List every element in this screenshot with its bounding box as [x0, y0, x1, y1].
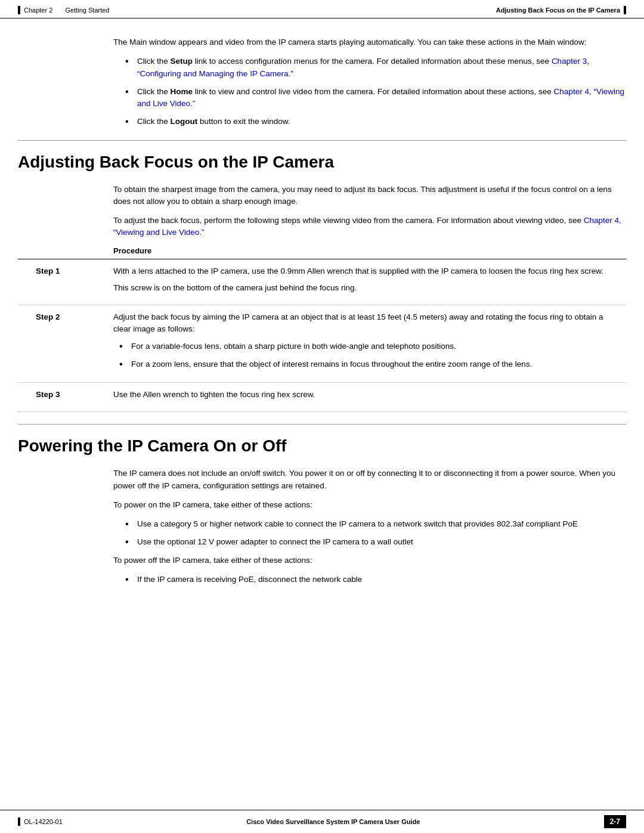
section1-para1: To obtain the sharpest image from the ca… [113, 184, 626, 208]
section2-bullets2: If the IP camera is receiving PoE, disco… [125, 574, 626, 586]
step-row-1: Step 1 With a lens attached to the IP ca… [18, 259, 626, 305]
bold-logout: Logout [171, 117, 198, 126]
link-chapter4-focus[interactable]: Chapter 4, “Viewing and Live Video.” [113, 216, 621, 237]
section2-body: The IP camera does not include an on/off… [113, 467, 626, 586]
step3-text: Use the Allen wrench to tighten the focu… [113, 389, 608, 401]
procedure-label: Procedure [113, 246, 626, 255]
section1-heading: Adjusting Back Focus on the IP Camera [18, 153, 626, 172]
page-header: Chapter 2 Getting Started Adjusting Back… [0, 0, 644, 18]
section1-para2: To adjust the back focus, perform the fo… [113, 215, 626, 239]
step1-content: With a lens attached to the IP camera, u… [113, 259, 626, 305]
section2-bullet1-2: Use the optional 12 V power adapter to c… [125, 536, 626, 548]
section2-bullet2-1: If the IP camera is receiving PoE, disco… [125, 574, 626, 586]
footer-page-number: 2-7 [604, 815, 626, 828]
spacer [0, 701, 644, 810]
footer-bar-icon [18, 817, 20, 826]
header-section-title: Adjusting Back Focus on the IP Camera [496, 7, 620, 14]
header-bar-right-icon [624, 6, 626, 14]
main-content: The Main window appears and video from t… [0, 18, 644, 701]
intro-bullet-2: Click the Home link to view and control … [125, 86, 626, 110]
step2-bullet-list: For a variable-focus lens, obtain a shar… [119, 340, 608, 371]
step1-subtext: This screw is on the bottom of the camer… [113, 282, 608, 294]
section1-body: To obtain the sharpest image from the ca… [113, 184, 626, 239]
intro-paragraph: The Main window appears and video from t… [113, 36, 626, 48]
step2-bullet-2: For a zoom lens, ensure that the object … [119, 358, 608, 370]
section2-bullets1: Use a category 5 or higher network cable… [125, 518, 626, 549]
header-bar-icon [18, 6, 20, 14]
step2-bullet-1: For a variable-focus lens, obtain a shar… [119, 340, 608, 352]
header-left: Chapter 2 Getting Started [18, 6, 109, 14]
footer-center-text: Cisco Video Surveillance System IP Camer… [246, 818, 420, 825]
link-chapter3[interactable]: Chapter 3, “Configuring and Managing the… [137, 57, 589, 78]
section2-heading: Powering the IP Camera On or Off [18, 436, 626, 456]
steps-table: Step 1 With a lens attached to the IP ca… [18, 259, 626, 413]
section-divider-1 [18, 140, 626, 141]
intro-section: The Main window appears and video from t… [113, 36, 626, 128]
bold-setup: Setup [171, 57, 193, 66]
section2-para2: To power on the IP camera, take either o… [113, 499, 626, 511]
intro-bullet-list: Click the Setup link to access configura… [125, 55, 626, 128]
step2-text: Adjust the back focus by aiming the IP c… [113, 311, 608, 336]
step-row-2: Step 2 Adjust the back focus by aiming t… [18, 305, 626, 383]
header-chapter-label: Chapter 2 [24, 7, 52, 14]
step3-content: Use the Allen wrench to tighten the focu… [113, 383, 626, 412]
section-divider-2 [18, 424, 626, 425]
intro-bullet-1: Click the Setup link to access configura… [125, 55, 626, 80]
footer-left: OL-14220-01 [18, 817, 63, 826]
step-row-3: Step 3 Use the Allen wrench to tighten t… [18, 383, 626, 412]
section2-para3: To power off the IP camera, take either … [113, 555, 626, 566]
intro-bullet-3: Click the Logout button to exit the wind… [125, 116, 626, 128]
section2-bullet1-1: Use a category 5 or higher network cable… [125, 518, 626, 530]
step1-label: Step 1 [18, 259, 113, 305]
header-chapter-title: Getting Started [65, 7, 109, 14]
bold-home: Home [171, 87, 193, 96]
header-right: Adjusting Back Focus on the IP Camera [496, 6, 626, 14]
step3-label: Step 3 [18, 383, 113, 412]
step2-content: Adjust the back focus by aiming the IP c… [113, 305, 626, 383]
page: Chapter 2 Getting Started Adjusting Back… [0, 0, 644, 833]
footer-doc-number: OL-14220-01 [24, 818, 63, 825]
section2-para1: The IP camera does not include an on/off… [113, 467, 626, 492]
step2-label: Step 2 [18, 305, 113, 383]
link-chapter4-home[interactable]: Chapter 4, “Viewing and Live Video.” [137, 87, 624, 108]
page-footer: OL-14220-01 Cisco Video Surveillance Sys… [0, 810, 644, 833]
step1-text: With a lens attached to the IP camera, u… [113, 265, 608, 277]
